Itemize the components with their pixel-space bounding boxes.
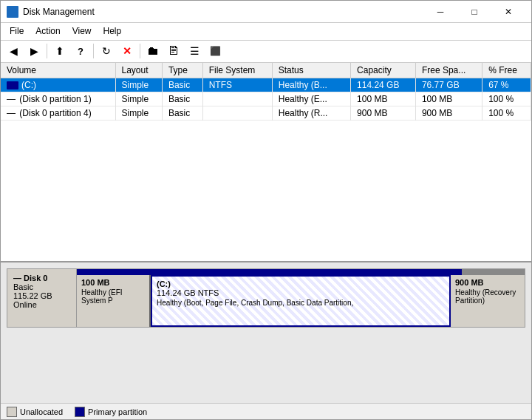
partition-recovery-size: 900 MB — [455, 278, 520, 287]
cell-freespace-1: 100 MB — [415, 92, 482, 106]
table-area[interactable]: Volume Layout Type File System Status Ca… — [1, 63, 531, 262]
disk-partitions-body: 100 MB Healthy (EFI System P (C:) 114.24… — [77, 275, 525, 327]
title-bar: Disk Management ─ □ ✕ — [1, 1, 531, 23]
cell-percentfree-1: 100 % — [482, 92, 531, 106]
col-header-capacity[interactable]: Capacity — [351, 63, 416, 78]
partition-efi-label: Healthy (EFI System P — [81, 288, 145, 305]
disk-type: Basic — [13, 282, 70, 291]
partition-efi[interactable]: 100 MB Healthy (EFI System P — [77, 275, 151, 327]
table-row[interactable]: — (Disk 0 partition 1)SimpleBasicHealthy… — [1, 92, 531, 106]
status-bar: Unallocated Primary partition — [1, 403, 531, 419]
cell-percentfree-2: 100 % — [482, 106, 531, 120]
toolbar-separator-3 — [140, 44, 140, 58]
menu-item-file[interactable]: File — [4, 23, 30, 39]
maximize-button[interactable]: □ — [457, 1, 491, 23]
cell-volume-1: — (Disk 0 partition 1) — [1, 92, 115, 106]
cell-filesystem-2 — [202, 106, 272, 120]
partition-c-size: 114.24 GB NTFS — [157, 288, 445, 297]
cell-status-2: Healthy (R... — [272, 106, 350, 120]
legend-primary-box — [75, 407, 85, 417]
disk-partitions-wrapper: 100 MB Healthy (EFI System P (C:) 114.24… — [77, 268, 525, 328]
disk-area: — Disk 0 Basic 115.22 GB Online — [1, 262, 531, 403]
partition-dash: — — [7, 94, 18, 104]
col-header-percentfree[interactable]: % Free — [482, 63, 531, 78]
toolbar-separator-1 — [47, 44, 47, 58]
partition-dash: — — [7, 108, 18, 118]
cell-status-0: Healthy (B... — [272, 78, 350, 92]
export-button[interactable]: 🖿 — [143, 42, 163, 60]
copy-button[interactable]: ⬛ — [205, 42, 225, 60]
window-controls: ─ □ ✕ — [423, 1, 525, 23]
properties-button[interactable]: ☰ — [185, 42, 204, 60]
cell-layout-0: Simple — [115, 78, 162, 92]
back-button[interactable]: ◀ — [4, 42, 23, 60]
col-header-layout[interactable]: Layout — [115, 63, 162, 78]
table-row[interactable]: — (Disk 0 partition 4)SimpleBasicHealthy… — [1, 106, 531, 120]
cell-type-0: Basic — [162, 78, 202, 92]
cell-volume-2: — (Disk 0 partition 4) — [1, 106, 115, 120]
strip-recovery — [462, 269, 525, 275]
legend-primary: Primary partition — [75, 407, 147, 417]
cell-capacity-0: 114.24 GB — [351, 78, 416, 92]
menu-item-action[interactable]: Action — [30, 23, 66, 39]
partition-c-name: (C:) — [157, 280, 445, 288]
disk-management-window: Disk Management ─ □ ✕ File Action View H… — [0, 0, 532, 420]
volume-table: Volume Layout Type File System Status Ca… — [1, 63, 531, 121]
help-button[interactable]: ? — [71, 42, 90, 60]
disk-row-0: — Disk 0 Basic 115.22 GB Online — [7, 268, 525, 328]
legend-unallocated-label: Unallocated — [20, 407, 63, 416]
legend-unallocated-box — [7, 407, 17, 417]
import-button[interactable]: 🖹 — [164, 42, 183, 60]
app-icon — [7, 6, 18, 18]
disk-size: 115.22 GB — [13, 291, 70, 300]
col-header-volume[interactable]: Volume — [1, 63, 115, 78]
disk-status: Online — [13, 300, 70, 309]
cell-layout-2: Simple — [115, 106, 162, 120]
table-header-row: Volume Layout Type File System Status Ca… — [1, 63, 531, 78]
menu-item-view[interactable]: View — [66, 23, 98, 39]
col-header-type[interactable]: Type — [162, 63, 202, 78]
cell-capacity-1: 100 MB — [351, 92, 416, 106]
forward-button[interactable]: ▶ — [24, 42, 44, 60]
cell-freespace-2: 900 MB — [415, 106, 482, 120]
cell-filesystem-0: NTFS — [202, 78, 272, 92]
disk-label-0: — Disk 0 Basic 115.22 GB Online — [7, 268, 77, 328]
cell-freespace-0: 76.77 GB — [415, 78, 482, 92]
cell-capacity-2: 900 MB — [351, 106, 416, 120]
col-header-freespace[interactable]: Free Spa... — [415, 63, 482, 78]
cell-volume-0: (C:) — [1, 78, 115, 92]
cell-status-1: Healthy (E... — [272, 92, 350, 106]
disk-name: — Disk 0 — [13, 274, 70, 282]
legend-unallocated: Unallocated — [7, 407, 63, 417]
drive-icon — [7, 81, 18, 89]
up-button[interactable]: ⬆ — [50, 42, 69, 60]
cell-type-1: Basic — [162, 92, 202, 106]
window-title: Disk Management — [23, 7, 423, 17]
strip-primary — [122, 269, 463, 275]
close-button[interactable]: ✕ — [491, 1, 525, 23]
toolbar: ◀ ▶ ⬆ ? ↻ ✕ 🖿 🖹 ☰ ⬛ — [1, 41, 531, 63]
cell-filesystem-1 — [202, 92, 272, 106]
main-content: Volume Layout Type File System Status Ca… — [1, 63, 531, 403]
col-header-filesystem[interactable]: File System — [202, 63, 272, 78]
partition-c-drive[interactable]: (C:) 114.24 GB NTFS Healthy (Boot, Page … — [151, 275, 451, 327]
menu-item-help[interactable]: Help — [98, 23, 128, 39]
toolbar-separator-2 — [93, 44, 94, 58]
cell-percentfree-0: 67 % — [482, 78, 531, 92]
menu-bar: File Action View Help — [1, 23, 531, 41]
cell-layout-1: Simple — [115, 92, 162, 106]
strip-efi — [77, 269, 122, 275]
cell-type-2: Basic — [162, 106, 202, 120]
legend-primary-label: Primary partition — [88, 407, 147, 416]
table-row[interactable]: (C:)SimpleBasicNTFSHealthy (B...114.24 G… — [1, 78, 531, 92]
disk-top-strip — [77, 269, 525, 275]
partition-recovery[interactable]: 900 MB Healthy (Recovery Partition) — [451, 275, 525, 327]
col-header-status[interactable]: Status — [272, 63, 350, 78]
refresh-button[interactable]: ↻ — [97, 42, 116, 60]
partition-recovery-label: Healthy (Recovery Partition) — [455, 288, 520, 305]
cancel-button[interactable]: ✕ — [117, 42, 137, 60]
partition-c-label: Healthy (Boot, Page File, Crash Dump, Ba… — [157, 299, 445, 307]
partition-efi-size: 100 MB — [81, 278, 145, 287]
minimize-button[interactable]: ─ — [423, 1, 457, 23]
